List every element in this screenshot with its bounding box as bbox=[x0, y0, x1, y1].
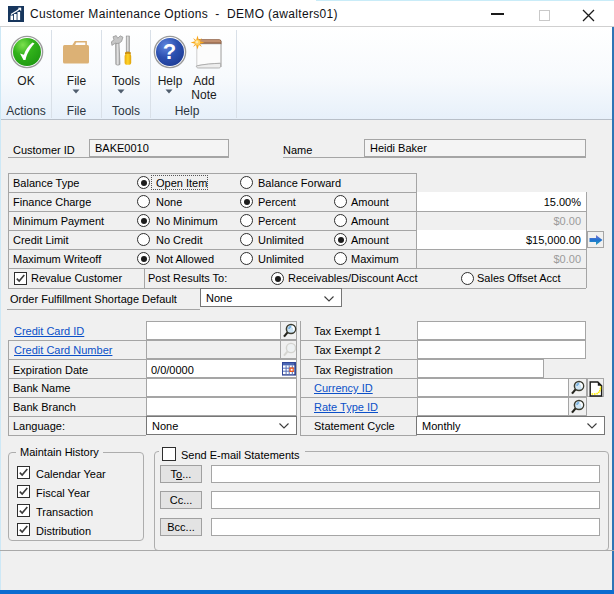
svg-text:?: ? bbox=[163, 39, 176, 64]
